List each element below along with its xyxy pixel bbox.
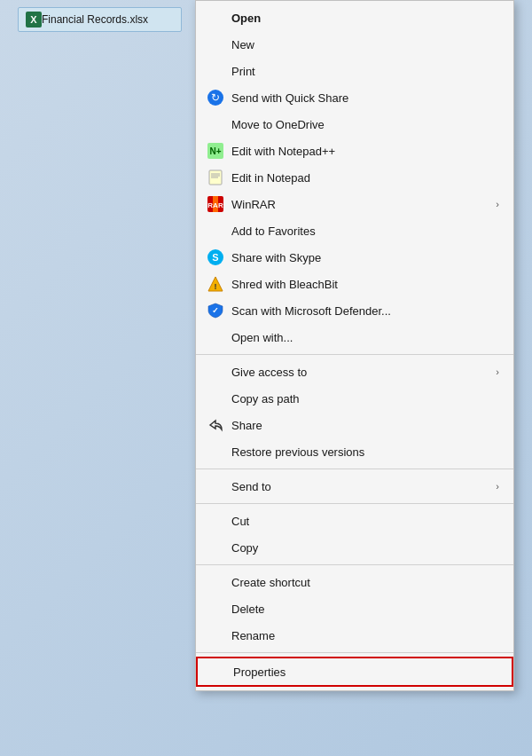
- menu-item-open-with[interactable]: Open with...: [196, 324, 513, 350]
- bleachbit-label: Shred with BleachBit: [231, 278, 499, 291]
- notepadpp-icon: N+: [207, 142, 224, 160]
- give-access-icon: [207, 363, 224, 381]
- new-label: New: [231, 38, 499, 51]
- print-icon: [207, 62, 224, 80]
- separator-4: [196, 564, 513, 565]
- menu-item-restore[interactable]: Restore previous versions: [196, 438, 513, 465]
- notepad-icon: [207, 169, 224, 186]
- menu-item-defender[interactable]: ✓ Scan with Microsoft Defender...: [196, 297, 513, 324]
- print-label: Print: [231, 65, 499, 78]
- cut-icon: [207, 512, 224, 530]
- desktop: X Financial Records.xlsx Open New Print …: [0, 0, 532, 756]
- rename-icon: [207, 626, 224, 644]
- winrar-submenu-arrow: ›: [496, 199, 499, 209]
- new-icon: [207, 35, 224, 53]
- svg-text:N+: N+: [209, 146, 221, 156]
- menu-item-send-to[interactable]: Send to ›: [196, 473, 513, 500]
- defender-label: Scan with Microsoft Defender...: [231, 304, 499, 318]
- quick-share-icon: ↻: [207, 89, 224, 106]
- send-to-label: Send to: [231, 480, 496, 493]
- bleachbit-icon: !: [207, 275, 224, 293]
- menu-item-winrar[interactable]: RAR WinRAR ›: [196, 191, 513, 217]
- menu-item-onedrive[interactable]: Move to OneDrive: [196, 111, 513, 138]
- onedrive-icon: [207, 115, 224, 133]
- create-shortcut-label: Create shortcut: [231, 576, 499, 589]
- separator-5: [196, 652, 513, 653]
- svg-text:✓: ✓: [212, 306, 219, 315]
- copy-icon: [207, 539, 224, 556]
- menu-item-print[interactable]: Print: [196, 58, 513, 84]
- onedrive-label: Move to OneDrive: [231, 118, 499, 131]
- send-to-icon: [207, 477, 224, 495]
- menu-item-copy-path[interactable]: Copy as path: [196, 385, 513, 412]
- notepad-label: Edit in Notepad: [231, 171, 499, 185]
- menu-item-skype[interactable]: S Share with Skype: [196, 244, 513, 271]
- notepadpp-label: Edit with Notepad++: [231, 145, 499, 158]
- menu-item-copy[interactable]: Copy: [196, 534, 513, 561]
- menu-item-rename[interactable]: Rename: [196, 622, 513, 649]
- menu-item-open[interactable]: Open: [196, 4, 513, 31]
- cut-label: Cut: [231, 515, 499, 528]
- copy-label: Copy: [231, 541, 499, 555]
- winrar-label: WinRAR: [231, 198, 496, 211]
- winrar-icon: RAR: [207, 195, 224, 213]
- menu-item-notepadpp[interactable]: N+ Edit with Notepad++: [196, 138, 513, 164]
- defender-icon: ✓: [207, 302, 224, 319]
- favorites-label: Add to Favorites: [231, 224, 499, 238]
- excel-icon: X: [26, 12, 42, 28]
- separator-3: [196, 503, 513, 504]
- menu-item-notepad[interactable]: Edit in Notepad: [196, 164, 513, 191]
- menu-item-delete[interactable]: Delete: [196, 595, 513, 622]
- svg-text:RAR: RAR: [207, 201, 223, 209]
- delete-icon: [207, 600, 224, 618]
- share-icon: [207, 416, 224, 434]
- copy-path-icon: [207, 390, 224, 407]
- menu-item-new[interactable]: New: [196, 31, 513, 58]
- menu-item-quick-share[interactable]: ↻ Send with Quick Share: [196, 84, 513, 111]
- menu-item-create-shortcut[interactable]: Create shortcut: [196, 569, 513, 595]
- create-shortcut-icon: [207, 573, 224, 591]
- copy-path-label: Copy as path: [231, 392, 499, 406]
- menu-item-share[interactable]: Share: [196, 412, 513, 438]
- open-with-icon: [207, 328, 224, 346]
- skype-label: Share with Skype: [231, 251, 499, 264]
- properties-label: Properties: [233, 665, 497, 679]
- menu-item-cut[interactable]: Cut: [196, 508, 513, 534]
- separator-2: [196, 469, 513, 469]
- menu-item-properties[interactable]: Properties: [196, 657, 513, 687]
- svg-text:!: !: [215, 282, 217, 291]
- file-name: Financial Records.xlsx: [42, 13, 148, 26]
- restore-icon: [207, 443, 224, 461]
- menu-item-give-access[interactable]: Give access to ›: [196, 358, 513, 385]
- file-icon[interactable]: X Financial Records.xlsx: [18, 7, 182, 32]
- properties-icon: [208, 663, 226, 681]
- rename-label: Rename: [231, 629, 499, 642]
- send-to-submenu-arrow: ›: [496, 481, 499, 492]
- menu-item-bleachbit[interactable]: ! Shred with BleachBit: [196, 271, 513, 297]
- separator-1: [196, 354, 513, 355]
- give-access-label: Give access to: [231, 366, 496, 379]
- delete-label: Delete: [231, 602, 499, 616]
- restore-label: Restore previous versions: [231, 445, 499, 459]
- skype-icon: S: [207, 248, 224, 266]
- menu-item-favorites[interactable]: Add to Favorites: [196, 217, 513, 244]
- open-icon: [207, 9, 224, 27]
- open-with-label: Open with...: [231, 331, 499, 344]
- open-label: Open: [231, 12, 499, 25]
- share-label: Share: [231, 419, 499, 432]
- favorites-icon: [207, 222, 224, 240]
- give-access-submenu-arrow: ›: [496, 366, 499, 377]
- quick-share-label: Send with Quick Share: [231, 91, 499, 105]
- context-menu: Open New Print ↻ Send with Quick Share M…: [195, 0, 514, 691]
